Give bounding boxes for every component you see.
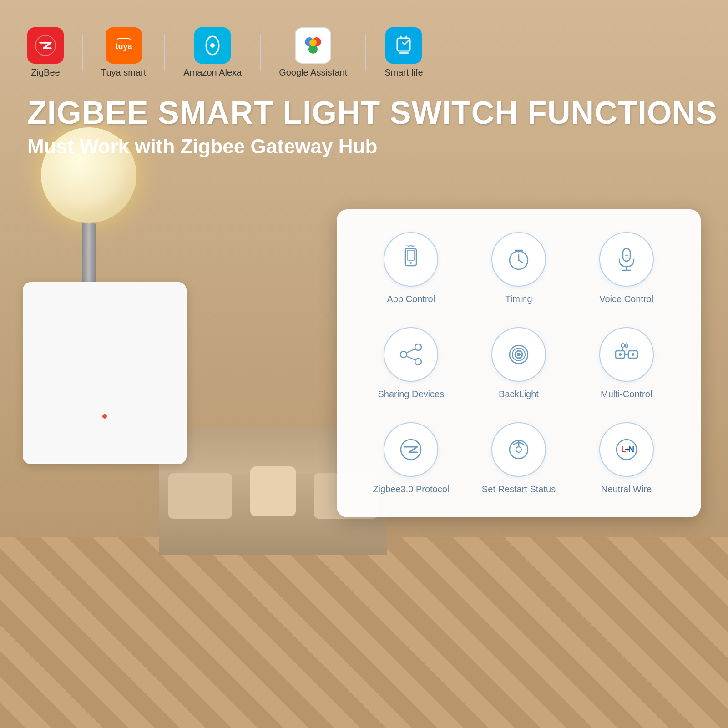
brand-divider-4 bbox=[365, 35, 366, 71]
feature-circle-timing bbox=[491, 232, 546, 287]
svg-point-30 bbox=[415, 359, 421, 365]
feature-app-control: App Control bbox=[364, 232, 458, 304]
brand-zigbee: ZigBee bbox=[27, 27, 64, 78]
brand-divider-1 bbox=[82, 35, 83, 71]
feature-label-app-control: App Control bbox=[387, 294, 435, 304]
zigbee-protocol-icon bbox=[396, 435, 425, 464]
feature-circle-restart bbox=[491, 422, 546, 477]
feature-circle-app-control bbox=[384, 232, 438, 287]
main-title-h1: ZIGBEE SMART LIGHT SWITCH FUNCTIONS bbox=[27, 96, 718, 131]
feature-backlight: BackLight bbox=[472, 327, 566, 399]
feature-sharing: Sharing Devices bbox=[364, 327, 458, 399]
svg-text:N: N bbox=[628, 445, 634, 454]
brand-divider-3 bbox=[260, 35, 261, 71]
feature-circle-neutral-wire: L + N bbox=[599, 422, 654, 477]
restart-icon bbox=[504, 435, 533, 464]
multi-control-icon bbox=[612, 340, 641, 369]
svg-rect-15 bbox=[407, 250, 415, 260]
google-icon bbox=[295, 27, 331, 64]
sofa-cushion-left bbox=[168, 473, 232, 519]
zigbee-icon bbox=[27, 27, 64, 64]
smartlife-icon bbox=[385, 27, 422, 64]
svg-line-31 bbox=[407, 349, 415, 353]
feature-neutral-wire: L + N Neutral Wire bbox=[579, 422, 673, 495]
svg-point-6 bbox=[210, 43, 215, 48]
svg-point-10 bbox=[309, 39, 317, 46]
svg-point-0 bbox=[35, 35, 56, 56]
svg-point-39 bbox=[619, 353, 622, 356]
feature-label-restart: Set Restart Status bbox=[482, 484, 556, 495]
features-card: App Control Timing bbox=[337, 209, 701, 517]
feature-circle-multi-control bbox=[599, 327, 654, 382]
wall-switch-device bbox=[23, 282, 187, 464]
feature-label-voice-control: Voice Control bbox=[599, 294, 653, 304]
feature-label-neutral-wire: Neutral Wire bbox=[601, 484, 652, 495]
backlight-icon bbox=[504, 340, 533, 369]
tuya-label: Tuya smart bbox=[101, 67, 146, 78]
main-title-block: ZIGBEE SMART LIGHT SWITCH FUNCTIONS Must… bbox=[27, 96, 718, 158]
feature-label-sharing: Sharing Devices bbox=[378, 389, 445, 399]
alexa-icon bbox=[194, 27, 231, 64]
svg-point-43 bbox=[621, 344, 625, 347]
feature-zigbee-protocol: Zigbee3.0 Protocol bbox=[364, 422, 458, 495]
background-floor bbox=[0, 537, 728, 728]
feature-circle-sharing bbox=[384, 327, 438, 382]
svg-point-22 bbox=[518, 259, 520, 261]
smartlife-label: Smart life bbox=[384, 67, 423, 78]
app-control-icon bbox=[396, 245, 425, 274]
feature-label-multi-control: Multi-Control bbox=[601, 389, 652, 399]
svg-point-28 bbox=[415, 344, 421, 350]
svg-point-29 bbox=[400, 351, 407, 358]
feature-circle-zigbee-protocol bbox=[384, 422, 438, 477]
brand-tuya: tuya Tuya smart bbox=[101, 27, 146, 78]
google-label: Google Assistant bbox=[279, 67, 347, 78]
brand-smartlife: Smart life bbox=[384, 27, 423, 78]
switch-indicator-dot bbox=[102, 414, 107, 419]
feature-label-timing: Timing bbox=[505, 294, 532, 304]
feature-label-backlight: BackLight bbox=[499, 389, 539, 399]
svg-point-49 bbox=[516, 447, 521, 452]
feature-circle-voice-control bbox=[599, 232, 654, 287]
sofa-pillow bbox=[250, 466, 296, 516]
svg-rect-23 bbox=[623, 248, 630, 261]
timing-icon bbox=[504, 245, 533, 274]
feature-label-zigbee-protocol: Zigbee3.0 Protocol bbox=[373, 484, 449, 495]
svg-point-40 bbox=[632, 353, 634, 356]
feature-circle-backlight bbox=[491, 327, 546, 382]
features-grid: App Control Timing bbox=[364, 232, 673, 495]
main-title-h2: Must Work with Zigbee Gateway Hub bbox=[27, 135, 718, 158]
alexa-label: Amazon Alexa bbox=[183, 67, 242, 78]
svg-text:tuya: tuya bbox=[115, 42, 132, 51]
tuya-icon: tuya bbox=[106, 27, 142, 64]
zigbee-label: ZigBee bbox=[31, 67, 60, 78]
voice-control-icon bbox=[612, 245, 641, 274]
brand-bar: ZigBee tuya Tuya smart Amazon Alexa bbox=[27, 27, 423, 78]
feature-timing: Timing bbox=[472, 232, 566, 304]
svg-line-32 bbox=[407, 356, 415, 360]
brand-divider-2 bbox=[164, 35, 165, 71]
svg-point-16 bbox=[410, 262, 412, 264]
neutral-wire-icon: L + N bbox=[612, 435, 641, 464]
svg-point-36 bbox=[517, 353, 521, 356]
svg-rect-13 bbox=[399, 52, 409, 54]
feature-voice-control: Voice Control bbox=[579, 232, 673, 304]
feature-multi-control: Multi-Control bbox=[579, 327, 673, 399]
brand-google: Google Assistant bbox=[279, 27, 347, 78]
brand-alexa: Amazon Alexa bbox=[183, 27, 242, 78]
feature-restart: Set Restart Status bbox=[472, 422, 566, 495]
svg-point-46 bbox=[401, 440, 421, 460]
sharing-icon bbox=[396, 340, 425, 369]
